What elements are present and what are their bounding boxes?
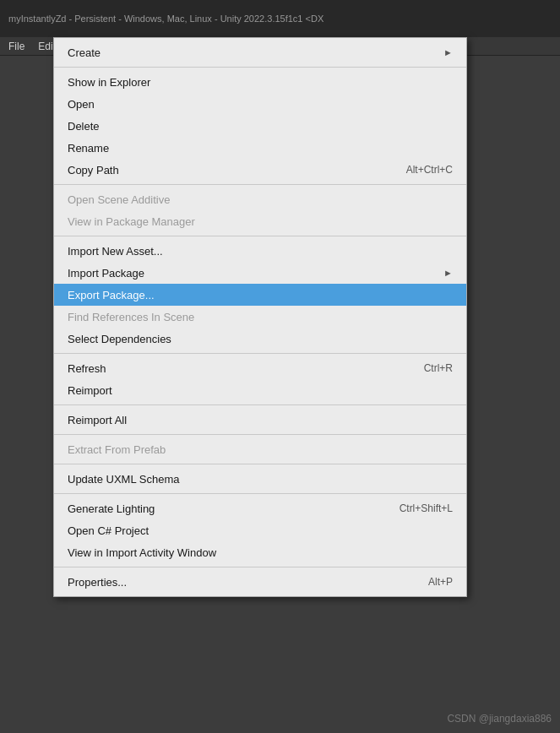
menu-select-dependencies[interactable]: Select Dependencies (54, 328, 466, 350)
show-in-explorer-label: Show in Explorer (68, 76, 150, 89)
view-package-manager-label: View in Package Manager (68, 215, 195, 228)
watermark-text: CSDN @jiangdaxia886 (447, 713, 552, 725)
menu-find-references: Find References In Scene (54, 306, 466, 328)
extract-from-prefab-label: Extract From Prefab (68, 443, 166, 456)
separator-2 (54, 184, 466, 185)
copy-path-shortcut: Alt+Ctrl+C (406, 164, 453, 176)
create-label: Create (68, 46, 101, 59)
find-references-label: Find References In Scene (68, 311, 194, 323)
menu-delete[interactable]: Delete (54, 115, 466, 137)
menu-open-csharp-project[interactable]: Open C# Project (54, 519, 466, 541)
assets-dropdown-menu: Create ► Show in Explorer Open Delete Re… (53, 37, 467, 597)
menu-item-file[interactable]: File (2, 37, 31, 56)
title-text: myInstantlyZd - Persistent - Windows, Ma… (0, 14, 332, 24)
menu-view-package-manager: View in Package Manager (54, 210, 466, 232)
menu-open[interactable]: Open (54, 93, 466, 115)
separator-8 (54, 493, 466, 494)
reimport-all-label: Reimport All (68, 414, 127, 426)
menu-refresh[interactable]: Refresh Ctrl+R (54, 357, 466, 379)
refresh-label: Refresh (68, 362, 106, 375)
menu-rename[interactable]: Rename (54, 137, 466, 159)
rename-label: Rename (68, 142, 109, 155)
menu-properties[interactable]: Properties... Alt+P (54, 571, 466, 593)
separator-1 (54, 67, 466, 68)
menu-update-uxml-schema[interactable]: Update UXML Schema (54, 468, 466, 490)
delete-label: Delete (68, 120, 100, 133)
menu-generate-lighting[interactable]: Generate Lighting Ctrl+Shift+L (54, 497, 466, 519)
open-scene-additive-label: Open Scene Additive (68, 193, 170, 206)
separator-7 (54, 464, 466, 464)
menu-import-new-asset[interactable]: Import New Asset... (54, 240, 466, 262)
reimport-label: Reimport (68, 384, 112, 397)
menu-reimport[interactable]: Reimport (54, 379, 466, 401)
separator-3 (54, 236, 466, 236)
separator-6 (54, 434, 466, 435)
properties-shortcut: Alt+P (428, 576, 453, 588)
import-new-asset-label: Import New Asset... (68, 245, 163, 258)
separator-4 (54, 353, 466, 354)
menu-reimport-all[interactable]: Reimport All (54, 409, 466, 431)
open-csharp-project-label: Open C# Project (68, 524, 149, 537)
generate-lighting-label: Generate Lighting (68, 502, 155, 515)
menu-extract-from-prefab: Extract From Prefab (54, 438, 466, 460)
menu-show-in-explorer[interactable]: Show in Explorer (54, 71, 466, 93)
menu-view-import-activity[interactable]: View in Import Activity Window (54, 541, 466, 563)
menu-open-scene-additive: Open Scene Additive (54, 188, 466, 210)
separator-9 (54, 567, 466, 567)
view-import-activity-label: View in Import Activity Window (68, 546, 216, 559)
menu-export-package[interactable]: Export Package... (54, 284, 466, 306)
menu-import-package[interactable]: Import Package ► (54, 262, 466, 284)
open-label: Open (68, 98, 95, 111)
copy-path-label: Copy Path (68, 164, 119, 176)
menu-copy-path[interactable]: Copy Path Alt+Ctrl+C (54, 159, 466, 181)
generate-lighting-shortcut: Ctrl+Shift+L (400, 502, 453, 514)
menu-create[interactable]: Create ► (54, 41, 466, 63)
refresh-shortcut: Ctrl+R (424, 362, 453, 374)
separator-5 (54, 405, 466, 405)
properties-label: Properties... (68, 576, 127, 589)
import-package-chevron: ► (443, 268, 453, 278)
select-dependencies-label: Select Dependencies (68, 333, 171, 345)
export-package-label: Export Package... (68, 289, 155, 301)
create-chevron: ► (443, 47, 453, 57)
update-uxml-schema-label: Update UXML Schema (68, 473, 179, 486)
import-package-label: Import Package (68, 267, 144, 280)
title-bar: myInstantlyZd - Persistent - Windows, Ma… (0, 0, 560, 37)
watermark: CSDN @jiangdaxia886 (447, 713, 552, 725)
